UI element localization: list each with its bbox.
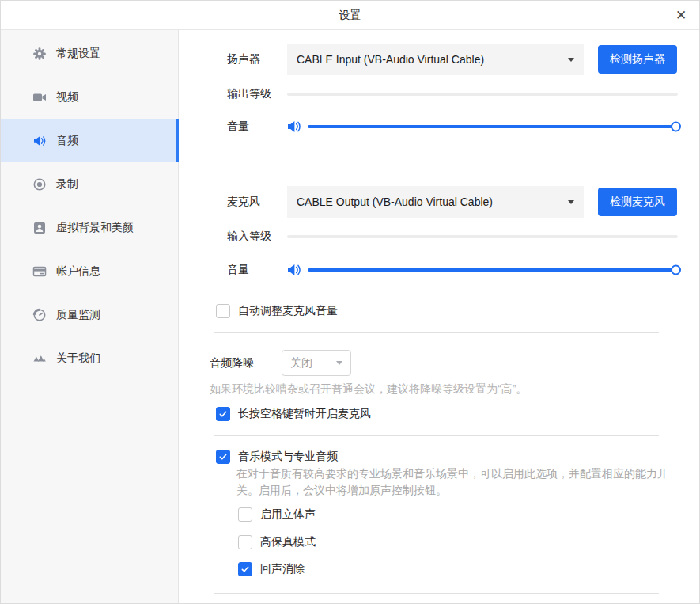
output-level-row: 输出等级	[180, 85, 699, 103]
divider	[214, 435, 659, 436]
echo-cancel-checkbox[interactable]	[238, 562, 252, 576]
noise-reduction-hint: 如果环境比较嘈杂或召开普通会议，建议将降噪等级设置为“高”。	[210, 382, 527, 397]
sidebar-item-label: 录制	[56, 177, 78, 192]
stereo-checkbox[interactable]	[238, 507, 252, 522]
sidebar-item-label: 质量监测	[56, 308, 100, 322]
volume-icon	[287, 264, 303, 276]
test-speaker-button[interactable]: 检测扬声器	[598, 45, 677, 74]
music-mode-checkbox[interactable]	[216, 450, 230, 464]
music-mode-description: 在对于音质有较高要求的专业场景和音乐场景中，可以启用此选项，并配置相应的能力开关…	[236, 465, 670, 499]
title-bar: 设置 ✕	[1, 1, 699, 30]
sidebar-item-recording[interactable]: 录制	[1, 162, 178, 206]
speaker-device-select[interactable]: CABLE Input (VB-Audio Virtual Cable)	[287, 44, 584, 75]
sidebar-item-virtual-background[interactable]: 虚拟背景和美颜	[1, 206, 178, 249]
gear-icon	[32, 47, 47, 61]
logo-icon	[32, 351, 47, 366]
noise-reduction-row: 音频降噪 关闭	[180, 350, 699, 376]
settings-sidebar: 常规设置 视频 音频 录制 虚拟背景和美颜	[1, 30, 179, 603]
push-to-talk-label: 长按空格键暂时开启麦克风	[238, 407, 371, 421]
output-level-label: 输出等级	[227, 87, 287, 101]
hifi-checkbox[interactable]	[238, 535, 252, 549]
dialog-title: 设置	[1, 1, 699, 29]
music-mode-row: 音乐模式与专业音频	[216, 448, 699, 465]
echo-cancel-option-row: 回声消除	[238, 560, 699, 578]
sidebar-item-about[interactable]: 关于我们	[1, 336, 178, 380]
auto-adjust-label: 自动调整麦克风音量	[238, 304, 338, 318]
video-camera-icon	[32, 90, 47, 104]
hifi-label: 高保真模式	[260, 535, 316, 549]
push-to-talk-row: 长按空格键暂时开启麦克风	[216, 405, 699, 423]
stereo-label: 启用立体声	[260, 507, 316, 522]
chevron-down-icon	[568, 58, 574, 62]
sidebar-item-label: 常规设置	[56, 47, 100, 61]
divider	[214, 332, 659, 333]
hifi-option-row: 高保真模式	[238, 534, 699, 551]
input-level-row: 输入等级	[180, 228, 699, 245]
music-mode-label: 音乐模式与专业音频	[238, 450, 338, 464]
speaker-label: 扬声器	[227, 52, 287, 66]
settings-dialog: 设置 ✕ 常规设置 视频 音频 录制	[0, 0, 700, 604]
speaker-volume-row: 音量	[180, 116, 699, 138]
microphone-volume-row: 音量	[180, 259, 699, 281]
speaker-volume-label: 音量	[227, 120, 287, 134]
chevron-down-icon	[336, 361, 342, 365]
sidebar-item-audio[interactable]: 音频	[1, 119, 178, 162]
sidebar-item-account[interactable]: 帐户信息	[1, 249, 178, 293]
speaker-volume-slider-thumb[interactable]	[671, 122, 681, 132]
microphone-volume-slider-thumb[interactable]	[671, 265, 681, 275]
sidebar-item-video[interactable]: 视频	[1, 75, 178, 119]
divider	[214, 593, 659, 594]
gauge-icon	[32, 308, 47, 322]
close-icon[interactable]: ✕	[671, 6, 691, 26]
sidebar-item-label: 视频	[56, 90, 78, 104]
portrait-icon	[32, 221, 47, 235]
input-level-label: 输入等级	[227, 230, 287, 244]
volume-icon	[287, 120, 303, 133]
speaker-volume-slider[interactable]	[308, 125, 678, 128]
echo-cancel-label: 回声消除	[260, 562, 305, 576]
sidebar-item-label: 关于我们	[56, 351, 100, 366]
sidebar-item-label: 帐户信息	[56, 264, 100, 279]
sidebar-item-quality[interactable]: 质量监测	[1, 293, 178, 336]
auto-adjust-checkbox[interactable]	[216, 304, 230, 318]
microphone-label: 麦克风	[227, 195, 287, 209]
microphone-device-value: CABLE Output (VB-Audio Virtual Cable)	[297, 196, 493, 208]
noise-reduction-hint-row: 如果环境比较嘈杂或召开普通会议，建议将降噪等级设置为“高”。	[180, 382, 699, 397]
sidebar-item-label: 音频	[56, 134, 78, 148]
id-card-icon	[32, 264, 47, 279]
speaker-device-value: CABLE Input (VB-Audio Virtual Cable)	[297, 53, 484, 66]
auto-adjust-row: 自动调整麦克风音量	[216, 302, 699, 320]
audio-settings-panel: 扬声器 CABLE Input (VB-Audio Virtual Cable)…	[180, 30, 699, 603]
test-microphone-button[interactable]: 检测麦克风	[598, 188, 677, 216]
noise-reduction-select[interactable]: 关闭	[282, 350, 351, 376]
chevron-down-icon	[568, 200, 574, 204]
microphone-device-select[interactable]: CABLE Output (VB-Audio Virtual Cable)	[287, 186, 584, 218]
microphone-volume-slider[interactable]	[308, 268, 678, 272]
noise-reduction-value: 关闭	[290, 356, 312, 370]
microphone-volume-label: 音量	[227, 263, 287, 277]
speaker-row: 扬声器 CABLE Input (VB-Audio Virtual Cable)…	[180, 44, 699, 75]
sidebar-item-label: 虚拟背景和美颜	[56, 221, 134, 235]
record-icon	[32, 177, 47, 192]
push-to-talk-checkbox[interactable]	[216, 407, 230, 421]
speaker-icon	[32, 134, 47, 148]
stereo-option-row: 启用立体声	[238, 506, 699, 523]
input-level-meter	[287, 235, 678, 238]
output-level-meter	[287, 93, 678, 96]
microphone-row: 麦克风 CABLE Output (VB-Audio Virtual Cable…	[180, 186, 699, 218]
sidebar-item-general[interactable]: 常规设置	[1, 32, 178, 75]
noise-reduction-label: 音频降噪	[210, 356, 282, 370]
